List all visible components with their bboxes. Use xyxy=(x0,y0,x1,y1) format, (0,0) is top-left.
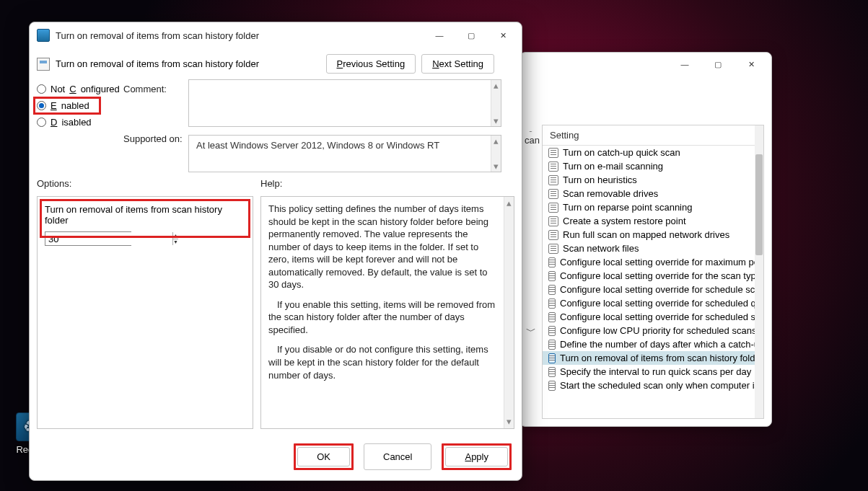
chevron-down-icon[interactable]: ﹀ xyxy=(526,325,536,338)
radio-disabled[interactable]: Disabled xyxy=(37,117,123,128)
dialog-titlebar: Turn on removal of items from scan histo… xyxy=(30,22,522,48)
list-item[interactable]: Configure local setting override for sch… xyxy=(543,296,755,310)
radio-enabled[interactable]: Enabled xyxy=(37,100,97,111)
app-icon xyxy=(37,29,50,42)
spin-up-icon[interactable]: ▲ xyxy=(173,232,178,239)
list-item[interactable]: Turn on heuristics xyxy=(543,173,755,187)
policy-item-icon xyxy=(548,189,558,199)
bg-titlebar: — ▢ ✕ xyxy=(520,53,771,76)
close-button[interactable]: ✕ xyxy=(735,54,767,74)
list-item-label: Specify the interval to run quick scans … xyxy=(560,366,751,377)
policy-item-icon xyxy=(548,326,556,336)
settings-list: Turn on catch-up quick scanTurn on e-mai… xyxy=(543,146,755,418)
list-item[interactable]: Configure local setting override for max… xyxy=(543,255,755,269)
list-item[interactable]: Configure local setting override for sch… xyxy=(543,310,755,324)
spin-down-icon[interactable]: ▼ xyxy=(173,239,178,246)
policy-item-icon xyxy=(548,162,558,172)
state-radio-group: Not Configured Enabled Disabled xyxy=(37,79,123,128)
list-item-label: Configure local setting override for sch… xyxy=(560,284,755,295)
policy-icon xyxy=(37,58,50,71)
list-item-label: Turn on reparse point scanning xyxy=(563,202,692,213)
list-item[interactable]: Configure low CPU priority for scheduled… xyxy=(543,324,755,337)
list-item[interactable]: Run full scan on mapped network drives xyxy=(543,228,755,242)
highlight-marker: OK xyxy=(294,443,354,470)
list-item-label: Turn on heuristics xyxy=(563,174,637,185)
cancel-button[interactable]: Cancel xyxy=(364,443,431,470)
radio-not-configured[interactable]: Not Configured xyxy=(37,84,123,94)
list-item-label: Scan removable drives xyxy=(563,188,658,199)
maximize-button[interactable]: ▢ xyxy=(702,54,734,74)
policy-item-icon xyxy=(548,340,556,350)
list-item[interactable]: Specify the interval to run quick scans … xyxy=(543,365,755,379)
radio-icon xyxy=(37,118,46,127)
policy-item-icon xyxy=(548,230,558,240)
policy-item-icon xyxy=(548,353,556,363)
list-item-label: Create a system restore point xyxy=(563,216,686,226)
options-heading: Options: xyxy=(37,178,253,189)
list-item[interactable]: Scan network files xyxy=(543,242,755,255)
list-item[interactable]: Configure local setting override for sch… xyxy=(543,283,755,296)
scan-partial-label: can xyxy=(520,132,544,149)
radio-icon xyxy=(37,101,46,110)
policy-item-icon xyxy=(548,298,556,309)
policy-item-icon xyxy=(548,148,558,158)
list-item-label: Start the scheduled scan only when compu… xyxy=(560,380,755,391)
option-field-label: Turn on removal of items from scan histo… xyxy=(45,204,245,226)
list-item[interactable]: Turn on e-mail scanning xyxy=(543,159,755,173)
column-header-setting[interactable]: Setting xyxy=(543,125,763,146)
spinner[interactable]: ▲ ▼ xyxy=(172,232,178,245)
list-item[interactable]: Turn on reparse point scanning xyxy=(543,200,755,214)
options-panel: Turn on removal of items from scan histo… xyxy=(37,196,253,429)
policy-item-icon xyxy=(548,244,558,254)
settings-list-panel: Setting Turn on catch-up quick scanTurn … xyxy=(542,125,764,419)
list-item[interactable]: Turn on catch-up quick scan xyxy=(543,146,755,159)
list-item[interactable]: Turn on removal of items from scan histo… xyxy=(543,351,755,365)
minimize-button[interactable]: — xyxy=(669,54,701,74)
help-heading: Help: xyxy=(260,178,514,189)
list-item-label: Configure local setting override for the… xyxy=(560,270,755,281)
radio-icon xyxy=(37,84,46,94)
policy-item-icon xyxy=(548,203,558,213)
list-item[interactable]: Create a system restore point xyxy=(543,214,755,228)
comment-textarea[interactable]: ▴▾ xyxy=(188,79,501,127)
policy-item-icon xyxy=(548,285,556,295)
supported-on-label: Supported on: xyxy=(123,129,188,144)
previous-setting-button[interactable]: Previous Setting xyxy=(326,54,416,74)
dialog-title: Turn on removal of items from scan histo… xyxy=(56,30,424,41)
list-item[interactable]: Configure local setting override for the… xyxy=(543,269,755,283)
policy-item-icon xyxy=(548,175,558,185)
dialog-footer: OK Cancel Apply xyxy=(30,436,522,480)
dialog-subtitle: Turn on removal of items from scan histo… xyxy=(56,58,259,69)
list-item[interactable]: Start the scheduled scan only when compu… xyxy=(543,379,755,392)
list-item[interactable]: Scan removable drives xyxy=(543,187,755,200)
next-setting-button[interactable]: Next Setting xyxy=(421,54,494,74)
supported-scrollbar[interactable]: ▴▾ xyxy=(491,136,501,172)
vertical-scrollbar[interactable] xyxy=(755,125,763,418)
highlight-marker: Apply xyxy=(442,443,512,470)
help-scrollbar[interactable]: ▴▾ xyxy=(504,197,514,428)
policy-item-icon xyxy=(548,381,556,391)
ok-button[interactable]: OK xyxy=(297,447,350,466)
help-panel: This policy setting defines the number o… xyxy=(260,196,514,429)
apply-button[interactable]: Apply xyxy=(445,447,508,466)
list-item-label: Configure local setting override for sch… xyxy=(560,298,755,309)
policy-item-icon xyxy=(548,271,556,281)
dlg-maximize-button[interactable]: ▢ xyxy=(455,25,487,46)
dlg-minimize-button[interactable]: — xyxy=(424,25,455,46)
list-item-label: Configure local setting override for max… xyxy=(560,257,755,267)
list-item[interactable]: Define the number of days after which a … xyxy=(543,337,755,351)
dlg-close-button[interactable]: ✕ xyxy=(487,25,519,46)
list-item-label: Configure low CPU priority for scheduled… xyxy=(560,325,755,336)
help-paragraph: This policy setting defines the number o… xyxy=(268,203,499,291)
supported-on-text: At least Windows Server 2012, Windows 8 … xyxy=(188,135,501,172)
help-paragraph: If you disable or do not configure this … xyxy=(268,343,499,381)
days-number-input[interactable]: ▲ ▼ xyxy=(45,231,131,246)
scrollbar-thumb[interactable] xyxy=(755,154,763,255)
list-item-label: Turn on e-mail scanning xyxy=(563,161,663,172)
policy-dialog: Turn on removal of items from scan histo… xyxy=(29,22,522,481)
comment-scrollbar[interactable]: ▴▾ xyxy=(491,80,501,126)
days-input-field[interactable] xyxy=(45,232,172,245)
list-item-label: Run full scan on mapped network drives xyxy=(563,229,729,240)
list-item-label: Turn on removal of items from scan histo… xyxy=(560,353,755,363)
gpedit-window: — ▢ ✕ ︿ ﹀ can Setting Turn on catch-up q… xyxy=(520,52,772,427)
